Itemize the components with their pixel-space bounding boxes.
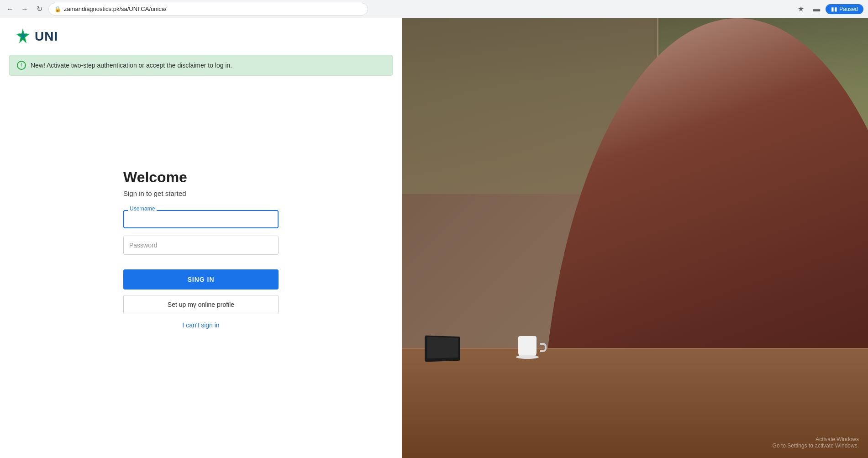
logo-area: UNI [0,18,402,55]
cup-body [518,336,537,357]
laptop-screen [427,337,458,358]
reload-button[interactable]: ↻ [34,4,45,15]
cant-signin-link[interactable]: I can't sign in [123,321,279,329]
info-icon: ! [17,61,26,70]
banner-message: New! Activate two-step authentication or… [31,62,232,69]
browser-chrome: ← → ↻ 🔒 zamandiagnostics.pk/sa/UNI.CA/un… [0,0,868,18]
address-bar[interactable]: 🔒 zamandiagnostics.pk/sa/UNI.CA/unica/ [48,3,368,16]
logo-icon [14,27,32,46]
info-banner: ! New! Activate two-step authentication … [9,55,393,76]
paused-label: Paused [839,6,858,12]
url-text: zamandiagnostics.pk/sa/UNI.CA/unica/ [64,5,167,12]
paused-icon: ▮▮ [831,6,837,12]
welcome-title: Welcome [123,169,187,186]
setup-profile-button[interactable]: Set up my online profile [123,295,279,314]
coffee-cup [518,334,541,361]
username-label: Username [128,205,157,212]
right-panel: Activate Windows Go to Settings to activ… [402,18,868,458]
forward-button[interactable]: → [19,4,30,15]
browser-actions: ★ ▬ ▮▮ Paused [794,3,863,16]
extensions-button[interactable]: ▬ [810,3,823,16]
bookmark-button[interactable]: ★ [794,3,807,16]
left-panel: UNI ! New! Activate two-step authenticat… [0,18,402,458]
back-button[interactable]: ← [5,4,16,15]
photo-background: Activate Windows Go to Settings to activ… [402,18,868,458]
lock-icon: 🔒 [54,6,61,12]
sign-in-subtitle: Sign in to get started [123,190,186,197]
page-container: UNI ! New! Activate two-step authenticat… [0,18,868,458]
activate-line2: Go to Settings to activate Windows. [773,442,859,449]
activate-line1: Activate Windows [773,436,859,442]
password-group [123,236,279,255]
username-input[interactable] [123,210,279,228]
logo-text: UNI [35,29,58,44]
login-area: Welcome Sign in to get started Username … [0,76,402,458]
username-group: Username [123,210,279,228]
activate-windows-watermark: Activate Windows Go to Settings to activ… [773,436,859,449]
password-input[interactable] [123,236,279,255]
signin-button[interactable]: SING IN [123,269,279,290]
paused-button[interactable]: ▮▮ Paused [826,4,863,14]
laptop [425,336,460,362]
cup-saucer [516,355,539,359]
